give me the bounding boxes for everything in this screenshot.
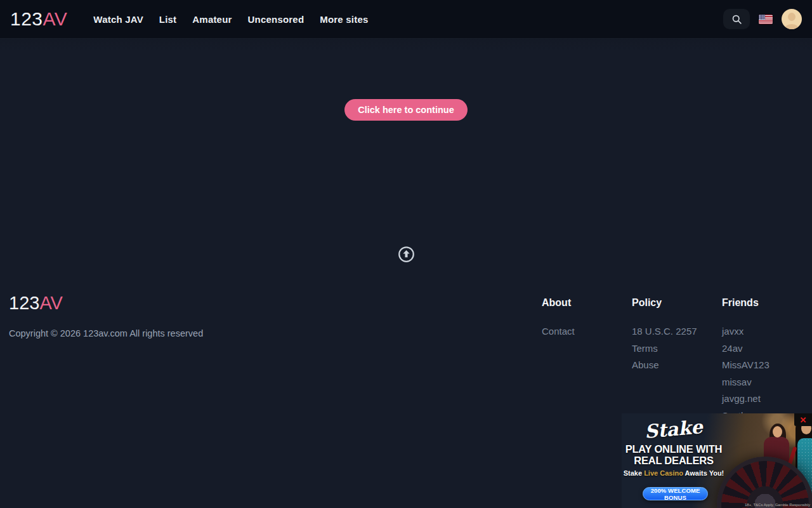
footer-left: 123AV Copyright © 2026 123av.com All rig… xyxy=(9,293,542,425)
footer-columns: AboutContactPolicy18 U.S.C. 2257TermsAbu… xyxy=(542,293,812,425)
ad-headline: PLAY ONLINE WITH REAL DEALERS xyxy=(622,443,726,467)
ad-tagline-suffix: Awaits You! xyxy=(683,469,724,477)
header: 123AV Watch JAVListAmateurUncensoredMore… xyxy=(0,0,812,38)
footer-link-18-u-s-c-2257[interactable]: 18 U.S.C. 2257 xyxy=(632,323,722,340)
footer-link-javxx[interactable]: javxx xyxy=(722,323,812,340)
main-content: Click here to continue xyxy=(0,99,812,263)
main-nav: Watch JAVListAmateurUncensoredMore sites xyxy=(93,14,368,25)
nav-item-amateur[interactable]: Amateur xyxy=(192,14,232,25)
footer-column-title: About xyxy=(542,297,632,309)
footer-link-missav[interactable]: missav xyxy=(722,374,812,391)
footer-column-title: Policy xyxy=(632,297,722,309)
user-avatar[interactable] xyxy=(782,9,802,29)
logo-prefix: 123 xyxy=(10,8,43,29)
ad-headline-line2: REAL DEALERS xyxy=(634,455,714,466)
nav-item-watch-jav[interactable]: Watch JAV xyxy=(93,14,143,25)
avatar-head xyxy=(788,13,796,21)
footer-link-terms[interactable]: Terms xyxy=(632,340,722,358)
ad-tagline-prefix: Stake xyxy=(624,469,644,477)
arrow-circle-up-icon xyxy=(398,246,415,263)
ad-headline-line1: PLAY ONLINE WITH xyxy=(625,443,723,455)
nav-item-list[interactable]: List xyxy=(159,14,176,25)
footer-logo-suffix: AV xyxy=(39,293,63,313)
ad-cta-button[interactable]: 200% WELCOME BONUS xyxy=(643,487,708,500)
search-icon xyxy=(731,14,742,25)
ad-tagline-highlight: Live Casino xyxy=(644,469,683,477)
footer-logo-prefix: 123 xyxy=(9,293,39,313)
footer-column-about: AboutContact xyxy=(542,293,632,425)
flag-canton xyxy=(759,15,765,20)
footer-link-abuse[interactable]: Abuse xyxy=(632,357,722,374)
header-actions xyxy=(723,9,802,29)
dealer1-face xyxy=(773,426,782,438)
logo-suffix: AV xyxy=(43,8,68,29)
footer-column-friends: Friendsjavxx24avMissAV123missavjavgg.net… xyxy=(722,293,812,425)
footer-column-title: Friends xyxy=(722,297,812,309)
continue-button[interactable]: Click here to continue xyxy=(344,99,467,121)
footer-link-missav123[interactable]: MissAV123 xyxy=(722,357,812,374)
footer-link-javgg-net[interactable]: javgg.net xyxy=(722,391,812,408)
footer-link-contact[interactable]: Contact xyxy=(542,323,632,340)
avatar-shoulders xyxy=(785,24,799,29)
nav-item-uncensored[interactable]: Uncensored xyxy=(248,14,304,25)
back-to-top-button[interactable] xyxy=(398,246,415,263)
footer-column-policy: Policy18 U.S.C. 2257TermsAbuse xyxy=(632,293,722,425)
us-flag-icon[interactable] xyxy=(759,15,773,24)
stake-casino-ad[interactable]: Stake PLAY ONLINE WITH REAL DEALERS Stak… xyxy=(622,413,812,508)
footer-logo[interactable]: 123AV xyxy=(9,293,63,314)
search-button[interactable] xyxy=(723,9,750,29)
site-logo[interactable]: 123AV xyxy=(10,8,67,30)
ad-tagline: Stake Live Casino Awaits You! xyxy=(622,469,726,477)
ad-text-block: Stake PLAY ONLINE WITH REAL DEALERS Stak… xyxy=(622,413,726,477)
stake-brand-logo: Stake xyxy=(644,416,704,443)
footer: 123AV Copyright © 2026 123av.com All rig… xyxy=(0,293,812,425)
ad-close-button[interactable]: ✕ xyxy=(794,413,812,426)
nav-item-more-sites[interactable]: More sites xyxy=(320,14,368,25)
footer-link-24av[interactable]: 24av xyxy=(722,340,812,358)
copyright-text: Copyright © 2026 123av.com All rights re… xyxy=(9,328,542,338)
ad-disclaimer: 18+, T&Cs Apply, Gamble Responsibly xyxy=(745,503,810,507)
